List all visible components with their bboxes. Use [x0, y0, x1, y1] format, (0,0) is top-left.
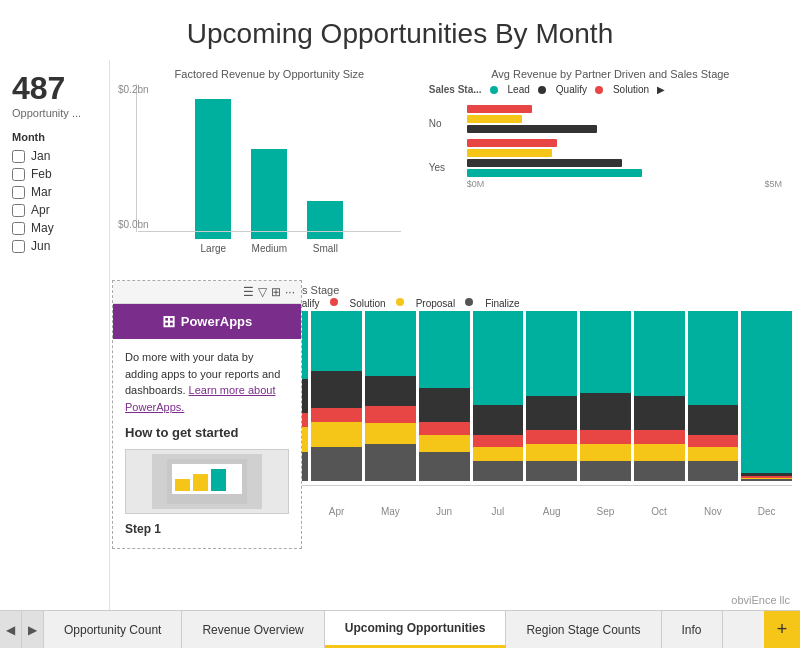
h-bar-yes-1 [467, 149, 552, 157]
horiz-y-labels: NoYes [429, 101, 457, 189]
filter-item-mar[interactable]: Mar [12, 185, 97, 199]
seg-solution-month-8 [526, 430, 577, 444]
kpi-label: Opportunity ... [12, 107, 97, 119]
seg-qualify-month-7 [473, 405, 524, 436]
month-label-feb: Feb [31, 167, 52, 181]
checkbox-jan[interactable] [12, 150, 25, 163]
h-bar-no-2 [467, 125, 597, 133]
avg-revenue-chart: Avg Revenue by Partner Driven and Sales … [429, 68, 792, 272]
month-filter-scroll[interactable]: JanFebMarAprMayJun [12, 149, 97, 257]
filter-item-jun[interactable]: Jun [12, 239, 97, 253]
popup-body: Do more with your data by adding apps to… [113, 339, 301, 548]
horiz-chart-inner: $0M$5M [457, 101, 792, 189]
filter-item-apr[interactable]: Apr [12, 203, 97, 217]
seg-finalize-month-5 [365, 444, 416, 481]
popup-step-image [125, 449, 289, 514]
seg-qualify-month-6 [419, 388, 470, 422]
filter-item-jan[interactable]: Jan [12, 149, 97, 163]
stacked-bar-month-12 [741, 311, 792, 481]
bar-chart-container: $0.2bn $0.0bn LargeMediumSmall [118, 84, 421, 254]
svg-rect-4 [211, 469, 226, 491]
seg-solution-month-9 [580, 430, 631, 444]
seg-lead-month-10 [634, 311, 685, 396]
month-label-apr: Apr [31, 203, 50, 217]
tab-info[interactable]: Info [662, 611, 723, 648]
seg-lead-month-6 [419, 311, 470, 388]
checkbox-apr[interactable] [12, 204, 25, 217]
seg-qualify-month-5 [365, 376, 416, 407]
more-icon[interactable]: ··· [285, 285, 295, 299]
avg-revenue-legend: Sales Sta... LeadQualifySolution▶ [429, 84, 792, 95]
tab-revenue-overview[interactable]: Revenue Overview [182, 611, 324, 648]
seg-lead-month-5 [365, 311, 416, 376]
h-bar-no-0 [467, 105, 532, 113]
seg-solution-month-10 [634, 430, 685, 444]
seg-proposal-month-10 [634, 444, 685, 461]
filter-item-feb[interactable]: Feb [12, 167, 97, 181]
tab-prev-button[interactable]: ◀ [0, 611, 22, 648]
brand-label: obviEnce llc [731, 594, 790, 606]
horiz-x-label-5m: $5M [764, 179, 782, 189]
legend-label-lead: Lead [508, 84, 530, 95]
checkbox-feb[interactable] [12, 168, 25, 181]
stacked-bar-month-7 [473, 311, 524, 481]
tab-next-button[interactable]: ▶ [22, 611, 44, 648]
add-tab-button[interactable]: + [764, 611, 800, 648]
sales-stage-label: Sales Sta... [429, 84, 482, 95]
x-axis-line [138, 231, 401, 232]
month-label-jan: Jan [31, 149, 50, 163]
menu-icon[interactable]: ☰ [243, 285, 254, 299]
stacked-bar-month-4 [311, 311, 362, 481]
seg-finalize-month-9 [580, 461, 631, 481]
popup-toolbar: ☰ ▽ ⊞ ··· [113, 281, 301, 304]
seg-proposal-month-7 [473, 447, 524, 461]
month-label-may: May [31, 221, 54, 235]
x-label-oct: Oct [634, 506, 685, 517]
h-bar-yes-3 [467, 169, 642, 177]
expand-icon[interactable]: ⊞ [271, 285, 281, 299]
bottom-legend-label-proposal: Proposal [416, 298, 455, 309]
checkbox-may[interactable] [12, 222, 25, 235]
filter-item-may[interactable]: May [12, 221, 97, 235]
powerapps-icon: ⊞ [162, 312, 175, 331]
h-bar-yes-2 [467, 159, 622, 167]
seg-qualify-month-11 [688, 405, 739, 436]
seg-lead-month-8 [526, 311, 577, 396]
seg-proposal-month-8 [526, 444, 577, 461]
stacked-bar-month-9 [580, 311, 631, 481]
stacked-bar-month-11 [688, 311, 739, 481]
seg-qualify-month-9 [580, 393, 631, 430]
legend-dot-lead [490, 86, 498, 94]
seg-finalize-month-7 [473, 461, 524, 481]
seg-proposal-month-6 [419, 435, 470, 452]
horiz-y-no: No [429, 118, 457, 129]
bottom-legend-dot-finalize [465, 298, 473, 306]
horiz-bar-chart [457, 105, 792, 177]
seg-qualify-month-4 [311, 371, 362, 408]
bar-large [195, 99, 231, 239]
checkbox-mar[interactable] [12, 186, 25, 199]
tab-region-stage-counts[interactable]: Region Stage Counts [506, 611, 661, 648]
x-label-dec: Dec [741, 506, 792, 517]
seg-lead-month-9 [580, 311, 631, 393]
legend-dot-solution [595, 86, 603, 94]
legend-next-arrow[interactable]: ▶ [657, 84, 665, 95]
top-charts: Factored Revenue by Opportunity Size $0.… [118, 60, 792, 280]
legend-label-solution: Solution [613, 84, 649, 95]
sidebar: 487 Opportunity ... Month JanFebMarAprMa… [0, 60, 110, 610]
popup-step-label: Step 1 [125, 520, 289, 538]
bottom-legend-dot-solution [330, 298, 338, 306]
checkbox-jun[interactable] [12, 240, 25, 253]
bar-label-large: Large [201, 243, 227, 254]
seg-solution-month-4 [311, 408, 362, 422]
seg-proposal-month-4 [311, 422, 362, 448]
seg-qualify-month-10 [634, 396, 685, 430]
seg-finalize-month-4 [311, 447, 362, 481]
filter-icon[interactable]: ▽ [258, 285, 267, 299]
tab-upcoming-opportunities[interactable]: Upcoming Opportunities [325, 611, 507, 648]
legend-label-qualify: Qualify [556, 84, 587, 95]
kpi-number: 487 [12, 70, 97, 107]
stacked-bar-month-6 [419, 311, 470, 481]
tab-opportunity-count[interactable]: Opportunity Count [44, 611, 182, 648]
y-axis-line [136, 84, 137, 232]
